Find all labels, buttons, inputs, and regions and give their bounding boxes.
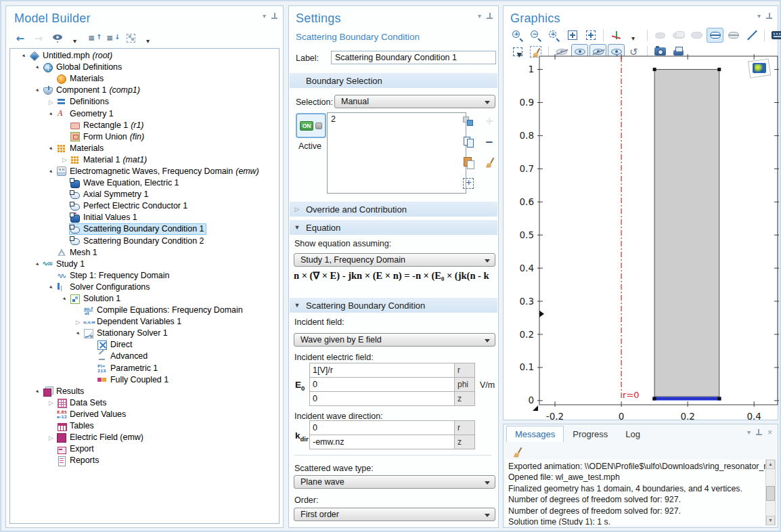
tree-expander-icon[interactable]: ▾ [46,143,57,154]
view-orientation-icon[interactable] [608,28,625,43]
tree-item[interactable]: Fully Coupled 1 [10,374,279,386]
copy-selection-icon[interactable] [460,134,476,149]
tree-item[interactable]: Rectangle 1(r1) [10,120,279,131]
tree-expander-icon[interactable]: ▾ [32,386,43,397]
messages-scrollbar[interactable]: ▲ ▼ [765,460,776,525]
tree-item[interactable]: ▾Study 1 [10,259,279,270]
move-down-icon[interactable] [104,30,121,45]
tree-expander-icon[interactable]: ▷ [74,319,83,326]
tree-item[interactable]: ▷Definitions [10,96,279,108]
zoom-to-selection-icon[interactable] [460,176,476,191]
tree-item[interactable]: Perfect Electric Conductor 1 [10,200,279,212]
tree-expander-icon[interactable]: ▷ [47,99,55,106]
tree-item[interactable]: ▾Electromagnetic Waves, Frequency Domain… [10,166,279,177]
tree-item[interactable]: Derived Values [10,409,279,420]
scattered-wave-dropdown[interactable]: Plane wave [294,475,495,489]
section-equation[interactable]: ▼Equation [290,220,497,235]
tree-item[interactable]: Tables [10,420,279,432]
create-selection-icon[interactable] [460,113,476,128]
zoom-extents-icon[interactable] [564,28,581,43]
tree-item[interactable]: Compile Equations: Frequency Domain [10,305,279,316]
matrix-value-field[interactable]: -emw.nz [310,435,455,449]
tree-item[interactable]: ▷Material 1(mat1) [10,154,279,166]
show-icon[interactable] [49,30,66,45]
plot-canvas[interactable]: -0.200.20.400.10.20.30.40.50.60.70.80.91… [510,49,779,420]
scroll-down-button[interactable]: ▼ [766,516,775,525]
section-scattering-boundary-condition[interactable]: ▼Scattering Boundary Condition [290,298,497,313]
selection-list-item[interactable]: 2 [331,114,462,124]
tree-expander-icon[interactable]: ▷ [60,156,69,163]
matrix-value-field[interactable]: 0 [310,378,455,392]
tree-item[interactable]: ▾Global Definitions [10,62,279,73]
model-tree-node-icon[interactable] [122,30,139,45]
show-caret-icon[interactable] [68,30,85,45]
tree-expander-icon[interactable]: ▷ [47,435,55,441]
clear-messages-button[interactable] [509,445,526,460]
clear-selection-icon[interactable] [481,155,498,170]
tree-expander-icon[interactable]: ▾ [32,62,43,73]
tree-expander-icon[interactable]: ▾ [73,328,84,339]
tree-item[interactable]: Initial Values 1 [10,212,279,223]
model-tree[interactable]: ▾Untitled.mph(root)▾Global DefinitionsMa… [9,48,280,524]
tree-expander-icon[interactable]: ▾ [19,51,30,62]
tree-item[interactable]: ▾Component 1(comp1) [10,85,279,96]
show-equation-dropdown[interactable]: Study 1, Frequency Domain [294,253,495,267]
tab-log[interactable]: Log [617,426,649,442]
zoom-in-icon[interactable]: + [509,28,526,43]
move-up-icon[interactable] [86,30,103,45]
tree-item[interactable]: ▾Geometry 1 [10,108,279,119]
select-edges-icon[interactable] [743,28,760,43]
tree-item[interactable]: ▾Results [10,386,279,397]
tree-item[interactable]: ▾Solver Configurations [10,282,279,293]
select-boundaries-icon[interactable] [707,28,723,43]
tree-item[interactable]: ▷Data Sets [10,397,279,409]
zoom-to-selection-icon[interactable] [582,28,599,43]
close-icon[interactable]: × [767,428,772,437]
tree-item[interactable]: Axial Symmetry 1 [10,189,279,200]
matrix-value-field[interactable]: 1[V]/r [310,363,455,378]
section-boundary-selection[interactable]: Boundary Selection [290,73,497,88]
tree-expander-icon[interactable]: ▾ [32,259,43,269]
remove-from-selection-icon[interactable] [481,134,498,149]
pin-icon[interactable] [487,13,493,20]
scrollbar-thumb[interactable] [766,486,775,501]
tree-item[interactable]: ▷Electric Field (emw) [10,432,279,443]
tree-expander-icon[interactable]: ▾ [60,294,70,305]
tree-item[interactable]: Materials [10,73,279,85]
tab-progress[interactable]: Progress [564,426,617,442]
boundary-selection-list[interactable]: 2 [327,112,466,194]
matrix-value-field[interactable]: 0 [310,392,455,406]
tree-item[interactable]: ▾Solution 1 [10,293,279,305]
paste-selection-icon[interactable] [460,155,476,170]
tree-item[interactable]: Mesh 1 [10,247,279,259]
select-adjacent-boundaries-icon[interactable] [725,28,742,43]
tree-item[interactable]: Scattering Boundary Condition 2 [10,236,279,247]
comsol-logo[interactable] [748,59,770,78]
incident-field-dropdown[interactable]: Wave given by E field [294,333,495,347]
tree-expander-icon[interactable]: ▾ [46,282,57,293]
chevron-down-icon[interactable]: ▾ [757,13,761,20]
matrix-value-field[interactable]: 0 [310,421,455,435]
tree-item[interactable]: Advanced [10,351,279,362]
tree-item[interactable]: Direct [10,339,279,351]
tab-messages[interactable]: Messages [506,426,564,442]
tree-item[interactable]: ▾Materials [10,143,279,154]
pin-icon[interactable] [271,13,277,20]
zoom-box-icon[interactable]: + [545,28,562,43]
tree-expander-icon[interactable]: ▾ [46,167,57,177]
label-input[interactable]: Scattering Boundary Condition 1 [331,51,496,64]
chevron-down-icon[interactable]: ▾ [747,429,751,436]
tree-item[interactable]: Form Union(fin) [10,131,279,143]
tree-item[interactable]: Step 1: Frequency Domain [10,270,279,282]
active-toggle-button[interactable]: ON [296,113,326,138]
tree-item[interactable]: ▾Stationary Solver 1 [10,328,279,339]
back-icon[interactable] [13,30,30,45]
section-override-contribution[interactable]: ▷Override and Contribution [290,202,497,217]
zoom-out-icon[interactable]: − [527,28,544,43]
scroll-up-button[interactable]: ▲ [766,460,775,469]
tree-item[interactable]: Parametric 1 [10,363,279,374]
tree-item[interactable]: Wave Equation, Electric 1 [10,177,279,189]
show-mesh-icon[interactable] [769,28,781,43]
pin-icon[interactable] [756,429,762,436]
tree-item[interactable]: ▷Dependent Variables 1 [10,316,279,328]
